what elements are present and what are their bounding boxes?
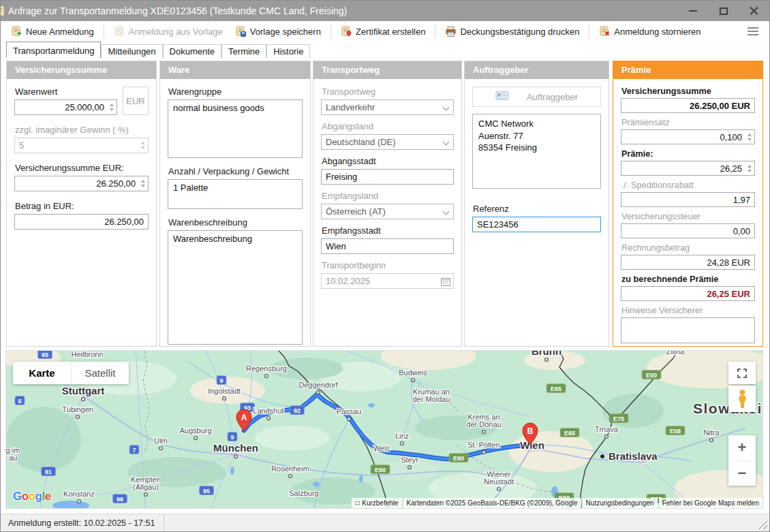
toolbar-separator (330, 25, 331, 38)
panel-versicherungssumme: Versicherungssumme Warenwert EUR zzgl. i… (6, 61, 157, 347)
svg-text:Nitra: Nitra (703, 428, 720, 437)
warengruppe-textarea[interactable]: normal business goods (168, 99, 303, 158)
svg-text:Brünn: Brünn (532, 351, 561, 357)
toolbar: Neue AnmeldungAnmeldung aus VorlageVorla… (1, 21, 769, 42)
pegman-icon (737, 390, 748, 409)
resize-grip[interactable] (758, 520, 767, 529)
main-content: Versicherungssumme Warenwert EUR zzgl. i… (1, 58, 769, 514)
svg-text:Stuttgart: Stuttgart (62, 385, 105, 396)
praemie-spinner[interactable] (744, 161, 754, 175)
imaginaerer-gewinn-label: zzgl. imaginärer Gewinn ( %) (15, 125, 149, 135)
calendar-icon[interactable] (441, 277, 450, 289)
toolbar-button-label: Anmeldung stornieren (614, 27, 700, 37)
referenz-input[interactable] (472, 217, 601, 232)
zoom-out-button[interactable]: − (728, 461, 756, 486)
report-error-link[interactable]: Fehler bei Google Maps melden (659, 498, 763, 508)
warenwert-spinner[interactable] (106, 100, 117, 114)
google-logo[interactable]: Google (13, 490, 51, 503)
tabstrip: TransportanmeldungMitteilungenDokumenteT… (6, 42, 769, 58)
abgangsstadt-input[interactable] (321, 169, 454, 185)
toolbar-separator (104, 25, 104, 38)
close-button[interactable] (739, 1, 769, 21)
app-window: Anfrage zur Transportanmeldung XDE012345… (0, 0, 770, 532)
versicherungssteuer-label: Versicherungssteuer (621, 212, 755, 221)
svg-text:E65: E65 (564, 430, 575, 437)
praemie-input[interactable] (621, 161, 755, 176)
praemiensatz-input[interactable] (621, 129, 755, 144)
map-type-control: Karte Satellit (13, 362, 129, 384)
zoom-in-button[interactable]: + (728, 435, 756, 460)
transportweg-value: Landverkehr (326, 102, 375, 112)
chevron-down-icon (443, 104, 450, 111)
zu-berechnende-praemie-input (621, 286, 755, 301)
close-icon (750, 7, 758, 16)
toolbar-separator (589, 25, 589, 38)
svg-text:(Allgäu): (Allgäu) (133, 483, 159, 491)
warenwert-input[interactable] (14, 99, 117, 115)
svg-text:Landshut: Landshut (253, 407, 283, 415)
hinweise-versicherer-textarea[interactable] (621, 317, 755, 343)
abgangsland-select[interactable]: Deutschland (DE) (321, 134, 454, 150)
versicherungssumme-spinner[interactable] (138, 176, 148, 191)
tab-historie[interactable]: Historie (266, 44, 310, 58)
vorlage-speichern-button[interactable]: Vorlage speichern (229, 23, 327, 40)
toolbar-button-label: Anmeldung aus Vorlage (129, 27, 223, 37)
contact-card-icon (495, 91, 509, 103)
app-icon (1, 5, 5, 17)
fullscreen-button[interactable] (728, 362, 756, 384)
svg-text:Ulm: Ulm (154, 437, 168, 445)
anmeldung-stornieren-button[interactable]: Anmeldung stornieren (593, 23, 707, 40)
map-type-satellit-button[interactable]: Satellit (71, 362, 129, 384)
panel-transportweg: Transportweg Transportweg Landverkehr Ab… (313, 61, 462, 347)
svg-text:A: A (241, 413, 247, 422)
minimize-button[interactable] (677, 1, 708, 21)
transportweg-select[interactable]: Landverkehr (321, 99, 454, 115)
tab-termine[interactable]: Termine (221, 44, 266, 58)
empfangsland-select[interactable]: Österreich (AT) (321, 204, 454, 219)
praemiensatz-spinner[interactable] (744, 130, 754, 144)
form-from-template-icon (114, 26, 125, 37)
svg-text:au: au (9, 454, 17, 462)
neue-anmeldung-button[interactable]: Neue Anmeldung (5, 23, 100, 40)
transportbeginn-input[interactable] (321, 273, 454, 289)
keyboard-shortcuts-link[interactable]: Kurzbefehle (352, 498, 401, 508)
panel-praemie: Prämie Versicherungssumme Prämiensatz Pr… (613, 61, 763, 347)
tab-transportanmeldung[interactable]: Transportanmeldung (6, 42, 101, 58)
maximize-button[interactable] (708, 1, 739, 21)
warenbeschreibung-textarea[interactable]: Warenbeschreibung (168, 230, 303, 345)
tab-dokumente[interactable]: Dokumente (163, 44, 221, 58)
terms-link[interactable]: Nutzungsbedingungen (583, 498, 658, 508)
auftraggeber-button-label: Auftraggeber (527, 92, 578, 102)
toolbar-button-label: Zertifikat erstellen (356, 27, 426, 37)
svg-text:E60: E60 (375, 467, 386, 473)
empfangsstadt-label: Empfangsstadt (322, 225, 454, 236)
svg-text:92: 92 (294, 407, 301, 414)
svg-text:9: 9 (219, 377, 223, 384)
currency-button[interactable]: EUR (123, 87, 149, 115)
anzahl-verpackung-gewicht-label: Anzahl / Verpackung / Gewicht (168, 166, 303, 176)
svg-text:Bratislava: Bratislava (609, 450, 658, 462)
pegman-button[interactable] (728, 386, 756, 412)
betrag-in-eur-input[interactable] (14, 214, 149, 230)
deckungsbestaetigung-drucken-button[interactable]: Deckungsbestätigung drucken (439, 23, 585, 40)
abgangsland-value: Deutschland (DE) (326, 137, 396, 147)
svg-text:Wels: Wels (373, 444, 390, 452)
auftraggeber-address-box[interactable]: CMC Network Auenstr. 77 85354 Freising (472, 114, 601, 189)
tab-mitteilungen[interactable]: Mitteilungen (101, 44, 162, 58)
svg-text:Augsburg: Augsburg (179, 426, 211, 435)
map-type-karte-button[interactable]: Karte (13, 362, 71, 384)
svg-text:der Donau: der Donau (466, 420, 501, 428)
auftraggeber-button[interactable]: Auftraggeber (472, 87, 601, 107)
anzahl-verpackung-gewicht-textarea[interactable]: 1 Palette (168, 179, 303, 209)
svg-text:5: 5 (18, 398, 21, 405)
hamburger-menu-icon[interactable] (745, 25, 761, 38)
transportweg-label: Transportweg (322, 87, 454, 97)
map-canvas[interactable]: 6559939297819596E50E65E75E58E65E60E60E60… (6, 351, 763, 508)
panel-ware-header: Ware (160, 61, 310, 79)
imaginaerer-gewinn-spinner (138, 138, 148, 153)
svg-text:E50: E50 (646, 372, 657, 379)
toolbar-button-label: Deckungsbestätigung drucken (460, 27, 579, 37)
empfangsstadt-input[interactable] (321, 238, 454, 254)
versicherungssumme-eur-input[interactable] (14, 176, 149, 191)
zertifikat-erstellen-button[interactable]: Zertifikat erstellen (335, 23, 432, 40)
